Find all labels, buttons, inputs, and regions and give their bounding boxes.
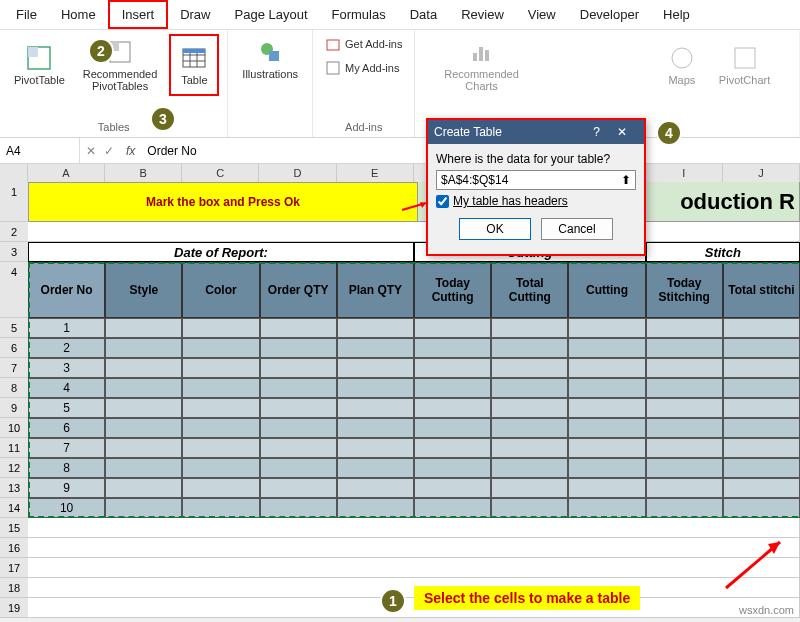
cell[interactable] bbox=[105, 498, 182, 518]
range-input[interactable] bbox=[441, 173, 621, 187]
cell[interactable] bbox=[260, 358, 337, 378]
cell[interactable] bbox=[414, 458, 491, 478]
row-17[interactable]: 17 bbox=[0, 558, 28, 578]
cell[interactable] bbox=[568, 458, 645, 478]
cell[interactable] bbox=[568, 358, 645, 378]
cell[interactable] bbox=[568, 398, 645, 418]
cell[interactable] bbox=[723, 378, 800, 398]
table-button[interactable]: Table bbox=[169, 34, 219, 96]
table-row[interactable]: 9 bbox=[28, 478, 800, 498]
cell[interactable] bbox=[260, 438, 337, 458]
cell[interactable] bbox=[646, 338, 723, 358]
select-all-corner[interactable] bbox=[0, 164, 28, 182]
cell[interactable] bbox=[414, 398, 491, 418]
cell[interactable] bbox=[337, 318, 414, 338]
cell[interactable] bbox=[646, 458, 723, 478]
th-style[interactable]: Style bbox=[105, 262, 182, 318]
menu-developer[interactable]: Developer bbox=[568, 2, 651, 27]
cell[interactable] bbox=[182, 418, 259, 438]
cell[interactable] bbox=[182, 318, 259, 338]
cell[interactable] bbox=[568, 438, 645, 458]
cell-order-no[interactable]: 4 bbox=[28, 378, 105, 398]
menu-page-layout[interactable]: Page Layout bbox=[223, 2, 320, 27]
cell-order-no[interactable]: 6 bbox=[28, 418, 105, 438]
cell-order-no[interactable]: 8 bbox=[28, 458, 105, 478]
cell[interactable] bbox=[182, 478, 259, 498]
close-icon[interactable]: ✕ bbox=[606, 122, 638, 142]
menu-review[interactable]: Review bbox=[449, 2, 516, 27]
cell[interactable] bbox=[337, 438, 414, 458]
th-today-cutting[interactable]: Today Cutting bbox=[414, 262, 491, 318]
row-11[interactable]: 11 bbox=[0, 438, 28, 458]
ok-button[interactable]: OK bbox=[459, 218, 531, 240]
cell[interactable] bbox=[337, 458, 414, 478]
cell[interactable] bbox=[723, 358, 800, 378]
menu-formulas[interactable]: Formulas bbox=[320, 2, 398, 27]
row-6[interactable]: 6 bbox=[0, 338, 28, 358]
table-row[interactable]: 5 bbox=[28, 398, 800, 418]
cell[interactable] bbox=[182, 498, 259, 518]
col-J[interactable]: J bbox=[723, 164, 800, 182]
cell[interactable] bbox=[105, 378, 182, 398]
cell[interactable] bbox=[182, 458, 259, 478]
row-12[interactable]: 12 bbox=[0, 458, 28, 478]
table-row[interactable]: 6 bbox=[28, 418, 800, 438]
name-box[interactable]: A4 bbox=[0, 138, 80, 163]
cell[interactable] bbox=[105, 338, 182, 358]
col-D[interactable]: D bbox=[259, 164, 336, 182]
cell-order-no[interactable]: 10 bbox=[28, 498, 105, 518]
row-13[interactable]: 13 bbox=[0, 478, 28, 498]
col-E[interactable]: E bbox=[337, 164, 414, 182]
col-C[interactable]: C bbox=[182, 164, 259, 182]
cell[interactable] bbox=[260, 378, 337, 398]
cell[interactable] bbox=[105, 318, 182, 338]
my-addins-button[interactable]: My Add-ins bbox=[321, 58, 403, 78]
cell[interactable] bbox=[260, 458, 337, 478]
cell[interactable] bbox=[491, 458, 568, 478]
menu-help[interactable]: Help bbox=[651, 2, 702, 27]
cell[interactable] bbox=[337, 498, 414, 518]
cell[interactable] bbox=[182, 378, 259, 398]
cancel-button[interactable]: Cancel bbox=[541, 218, 613, 240]
cell[interactable] bbox=[414, 498, 491, 518]
sheet-cells[interactable]: Mark the box and Press Ok oduction R Dat… bbox=[28, 182, 800, 618]
cell[interactable] bbox=[491, 498, 568, 518]
cell[interactable] bbox=[568, 318, 645, 338]
row-14[interactable]: 14 bbox=[0, 498, 28, 518]
menu-data[interactable]: Data bbox=[398, 2, 449, 27]
cell[interactable] bbox=[491, 398, 568, 418]
cell[interactable] bbox=[105, 418, 182, 438]
cell[interactable] bbox=[723, 458, 800, 478]
headers-checkbox[interactable] bbox=[436, 195, 449, 208]
th-order-no[interactable]: Order No bbox=[28, 262, 105, 318]
cell[interactable] bbox=[414, 478, 491, 498]
cell[interactable] bbox=[414, 338, 491, 358]
cell[interactable] bbox=[723, 318, 800, 338]
cell[interactable] bbox=[105, 398, 182, 418]
cell[interactable] bbox=[260, 478, 337, 498]
row-19[interactable]: 19 bbox=[0, 598, 28, 618]
th-total-cutting[interactable]: Total Cutting bbox=[491, 262, 568, 318]
table-row[interactable]: 8 bbox=[28, 458, 800, 478]
cell[interactable] bbox=[723, 338, 800, 358]
cell[interactable] bbox=[105, 358, 182, 378]
th-today-stitching[interactable]: Today Stitching bbox=[646, 262, 723, 318]
cell[interactable] bbox=[491, 478, 568, 498]
cell[interactable] bbox=[337, 338, 414, 358]
pivottable-button[interactable]: PivotTable bbox=[8, 34, 71, 96]
cell[interactable] bbox=[568, 498, 645, 518]
cell[interactable] bbox=[723, 438, 800, 458]
menu-view[interactable]: View bbox=[516, 2, 568, 27]
cell[interactable] bbox=[723, 478, 800, 498]
row-16[interactable]: 16 bbox=[0, 538, 28, 558]
headers-checkbox-label[interactable]: My table has headers bbox=[436, 194, 636, 208]
cell[interactable] bbox=[646, 478, 723, 498]
th-cutting[interactable]: Cutting bbox=[568, 262, 645, 318]
cell[interactable] bbox=[260, 398, 337, 418]
cell[interactable] bbox=[260, 498, 337, 518]
cell-order-no[interactable]: 1 bbox=[28, 318, 105, 338]
cell[interactable] bbox=[105, 458, 182, 478]
cell[interactable] bbox=[568, 338, 645, 358]
row-5[interactable]: 5 bbox=[0, 318, 28, 338]
cell[interactable] bbox=[337, 358, 414, 378]
